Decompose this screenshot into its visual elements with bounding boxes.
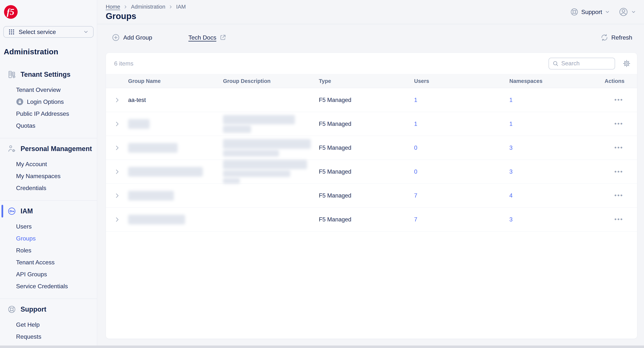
sidebar-item-login-options[interactable]: Login Options — [0, 96, 97, 108]
refresh-icon — [600, 34, 608, 41]
support-menu[interactable]: Support — [570, 8, 610, 16]
grid-icon — [8, 28, 15, 35]
row-actions-menu[interactable]: ••• — [614, 96, 623, 103]
sidebar-item-roles[interactable]: Roles — [0, 244, 97, 256]
group-type: F5 Managed — [319, 121, 414, 127]
sidebar-item-my-account[interactable]: My Account — [0, 158, 97, 170]
breadcrumb-administration-link[interactable]: Administration — [131, 4, 165, 10]
namespaces-count-link[interactable]: 4 — [509, 192, 512, 199]
sidebar-section-header-iam[interactable]: IAM — [0, 206, 97, 216]
topbar: Home Administration IAM Groups Support — [97, 0, 644, 24]
tech-docs-label: Tech Docs — [188, 34, 216, 41]
refresh-button[interactable]: Refresh — [600, 34, 632, 41]
table-header-row: Group Name Group Description Type Users … — [106, 74, 637, 88]
redacted-group-description — [223, 170, 290, 177]
users-count-link[interactable]: 1 — [414, 97, 417, 103]
breadcrumb-separator-icon — [168, 4, 173, 9]
row-actions-menu[interactable]: ••• — [614, 144, 623, 151]
row-actions-menu[interactable]: ••• — [614, 192, 623, 199]
building-gear-icon — [8, 70, 16, 79]
table-controls: 6 items — [106, 53, 637, 74]
sidebar-item-users[interactable]: Users — [0, 221, 97, 232]
chevron-down-icon — [83, 29, 89, 35]
sidebar-item-my-namespaces[interactable]: My Namespaces — [0, 170, 97, 182]
sidebar-section-header-personal-management[interactable]: Personal Management — [0, 144, 97, 154]
select-service-dropdown[interactable]: Select service — [3, 26, 94, 38]
redacted-group-name — [128, 119, 150, 129]
product-title: Administration — [4, 47, 97, 56]
row-expander-chevron-icon[interactable] — [114, 169, 120, 175]
redacted-group-name — [128, 215, 185, 224]
users-count-link[interactable]: 0 — [414, 144, 417, 151]
content: Add Group Tech Docs Refresh 6 items — [97, 32, 644, 339]
row-actions-menu[interactable]: ••• — [614, 168, 623, 175]
row-expander-chevron-icon[interactable] — [114, 121, 120, 127]
groups-table-card: 6 items Group Name Group Description Typ… — [106, 53, 637, 339]
sidebar-item-tenant-overview[interactable]: Tenant Overview — [0, 84, 97, 96]
main-area: Home Administration IAM Groups Support — [97, 0, 644, 346]
sidebar-section-title: Tenant Settings — [20, 70, 70, 78]
sidebar-item-label: My Account — [16, 161, 47, 168]
sidebar-item-api-groups[interactable]: API Groups — [0, 268, 97, 280]
sidebar-item-label: Service Credentials — [16, 283, 68, 290]
sidebar-item-public-ip-addresses[interactable]: Public IP Addresses — [0, 108, 97, 120]
users-count-link[interactable]: 1 — [414, 121, 417, 127]
lifebuoy-icon — [570, 8, 579, 16]
row-expander-chevron-icon[interactable] — [114, 192, 120, 199]
row-actions-menu[interactable]: ••• — [614, 216, 623, 223]
sidebar-item-label: Quotas — [16, 122, 35, 129]
users-count-link[interactable]: 0 — [414, 168, 417, 175]
row-actions-menu[interactable]: ••• — [614, 120, 623, 127]
table-body: aa-test F5 Managed 1 1 ••• F5 Managed 1 … — [106, 88, 637, 232]
sidebar-section-header-tenant-settings[interactable]: Tenant Settings — [0, 69, 97, 80]
redacted-group-name — [128, 167, 203, 177]
row-expander-chevron-icon[interactable] — [114, 145, 120, 151]
items-count: 6 items — [114, 60, 548, 67]
redacted-group-name — [128, 143, 178, 153]
breadcrumb-separator-icon — [123, 4, 128, 9]
namespaces-count-link[interactable]: 3 — [509, 216, 512, 223]
row-expander-chevron-icon[interactable] — [114, 97, 120, 103]
users-count-link[interactable]: 7 — [414, 192, 417, 199]
breadcrumb-iam-link[interactable]: IAM — [176, 4, 186, 10]
users-count-link[interactable]: 7 — [414, 216, 417, 223]
refresh-label: Refresh — [611, 34, 632, 41]
table-row: F5 Managed 7 4 ••• — [106, 184, 637, 208]
sidebar-item-label: Tenant Overview — [16, 86, 60, 93]
bottom-scrollbar-track[interactable] — [0, 346, 644, 348]
sidebar-section-tenant-settings: Tenant Settings Tenant OverviewLogin Opt… — [0, 64, 97, 138]
redacted-group-description — [223, 125, 251, 133]
sidebar-section-iam: IAM UsersGroupsRolesTenant AccessAPI Gro… — [0, 200, 97, 299]
sidebar-section-personal-management: Personal Management My AccountMy Namespa… — [0, 138, 97, 200]
tech-docs-link[interactable]: Tech Docs — [188, 34, 226, 41]
sidebar-item-tenant-access[interactable]: Tenant Access — [0, 256, 97, 268]
table-row: F5 Managed 7 3 ••• — [106, 208, 637, 232]
sidebar-item-label: Requests — [16, 333, 41, 340]
namespaces-count-link[interactable]: 3 — [509, 168, 512, 175]
table-row: aa-test F5 Managed 1 1 ••• — [106, 88, 637, 112]
sidebar-nav: Tenant Settings Tenant OverviewLogin Opt… — [0, 64, 97, 348]
sidebar-item-service-credentials[interactable]: Service Credentials — [0, 280, 97, 292]
account-menu[interactable] — [618, 7, 636, 17]
sidebar-item-credentials[interactable]: Credentials — [0, 182, 97, 194]
sidebar-section-header-support[interactable]: Support — [0, 304, 97, 315]
sidebar-item-label: Login Options — [27, 98, 64, 105]
row-expander-chevron-icon[interactable] — [114, 216, 120, 223]
chevron-down-icon — [631, 9, 636, 14]
namespaces-count-link[interactable]: 1 — [509, 97, 512, 103]
f5-logo-text: f5 — [7, 7, 14, 17]
sidebar-item-groups[interactable]: Groups — [0, 232, 97, 244]
breadcrumb-home-link[interactable]: Home — [106, 4, 120, 10]
search-input[interactable] — [561, 60, 611, 67]
sidebar-item-requests[interactable]: Requests — [0, 331, 97, 343]
namespaces-count-link[interactable]: 1 — [509, 121, 512, 127]
namespaces-count-link[interactable]: 3 — [509, 144, 512, 151]
lock-icon — [16, 98, 24, 105]
sidebar-section-title: Support — [20, 306, 46, 313]
add-group-button[interactable]: Add Group — [112, 33, 152, 42]
sidebar-item-get-help[interactable]: Get Help — [0, 319, 97, 331]
sidebar-item-quotas[interactable]: Quotas — [0, 120, 97, 132]
column-header-group-description: Group Description — [223, 78, 319, 84]
page-title: Groups — [106, 11, 644, 21]
gear-icon[interactable] — [622, 59, 631, 68]
